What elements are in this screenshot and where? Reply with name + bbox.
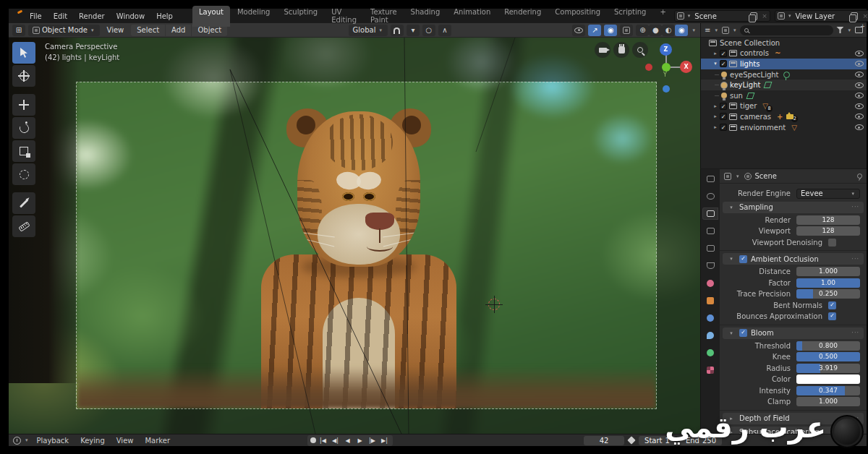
tool-move[interactable] <box>12 94 35 116</box>
collection-checkbox[interactable]: ✓ <box>720 124 727 131</box>
panel-sampling-header[interactable]: ▾ Sampling ··· <box>723 202 864 213</box>
ao-trace-slider[interactable]: 0.250 <box>796 289 860 299</box>
new-scene-icon[interactable] <box>750 12 757 20</box>
menu-window[interactable]: Window <box>111 11 150 22</box>
collection-checkbox[interactable]: ✓ <box>720 50 727 57</box>
tab-sculpting[interactable]: Sculpting <box>277 6 324 27</box>
panel-options-icon[interactable]: ··· <box>851 204 859 210</box>
timeline-editor-icon[interactable] <box>13 437 21 445</box>
mode-dropdown[interactable]: Object Mode ▾ <box>28 25 100 36</box>
tool-annotate[interactable] <box>12 192 35 214</box>
collapse-arrow-icon[interactable]: ▾ <box>711 61 720 67</box>
ao-enable-checkbox[interactable]: ✓ <box>739 255 747 263</box>
hide-eye-icon[interactable] <box>855 51 864 56</box>
hide-eye-icon[interactable] <box>855 82 864 88</box>
pin-icon[interactable] <box>857 174 862 179</box>
editor-icon[interactable] <box>724 173 731 180</box>
hide-eye-icon[interactable] <box>855 124 864 130</box>
collection-checkbox[interactable]: ✓ <box>720 103 727 110</box>
orientation-gizmo[interactable]: Z X Y <box>644 42 693 127</box>
bloom-clamp-field[interactable]: 1.000 <box>796 397 860 406</box>
shading-options-dropdown[interactable]: ▾ <box>691 27 697 33</box>
menu-file[interactable]: File <box>25 11 47 22</box>
tab-texture-paint[interactable]: Texture Paint <box>364 6 404 27</box>
next-keyframe-button[interactable]: |▶ <box>367 436 378 445</box>
tab-output[interactable] <box>702 225 718 237</box>
bloom-enable-checkbox[interactable]: ✓ <box>739 329 747 337</box>
hide-eye-icon[interactable] <box>855 93 864 98</box>
tab-object-data[interactable] <box>702 346 718 359</box>
tool-rotate[interactable] <box>12 117 35 139</box>
play-reverse-button[interactable]: ◀ <box>342 436 353 445</box>
tab-render[interactable] <box>702 207 718 220</box>
outliner-search-input[interactable] <box>752 27 829 34</box>
add-workspace-button[interactable]: + <box>653 6 672 27</box>
panel-bloom-header[interactable]: ▾ ✓ Bloom ··· <box>723 327 864 339</box>
tab-rendering[interactable]: Rendering <box>498 6 548 27</box>
menu-keying[interactable]: Keying <box>76 437 109 445</box>
menu-edit[interactable]: Edit <box>48 11 72 22</box>
jump-to-end-button[interactable]: ▶| <box>379 436 390 445</box>
shading-rendered-icon[interactable]: ◉ <box>675 25 688 36</box>
tool-scale[interactable] <box>12 140 35 162</box>
menu-marker[interactable]: Marker <box>140 437 174 445</box>
bounces-approx-checkbox[interactable]: ✓ <box>828 312 836 320</box>
bloom-intensity-slider[interactable]: 0.347 <box>796 386 860 395</box>
play-button[interactable]: ▶ <box>354 436 365 445</box>
outliner-row-enviomment[interactable]: ▸ ✓ enviomment ▽ <box>701 122 867 133</box>
axis-x[interactable]: X <box>680 61 692 73</box>
axis-z[interactable]: Z <box>660 43 672 56</box>
outliner-row-sun[interactable]: sun <box>701 90 867 101</box>
tab-scripting[interactable]: Scripting <box>608 6 652 27</box>
outliner-row-cameras[interactable]: ▸ ✓ cameras + 2 <box>701 111 867 122</box>
record-icon[interactable] <box>310 437 316 443</box>
editor-type-selector[interactable]: ⊞ <box>12 25 25 36</box>
filter-funnel-icon[interactable] <box>836 27 843 33</box>
axis-neg-x[interactable] <box>645 64 652 71</box>
hide-eye-icon[interactable] <box>855 103 864 109</box>
bloom-knee-slider[interactable]: 0.500 <box>796 352 860 361</box>
menu-view[interactable]: View <box>103 25 129 35</box>
outliner-search[interactable] <box>740 25 833 35</box>
tab-compositing[interactable]: Compositing <box>548 6 607 27</box>
jump-to-start-button[interactable]: |◀ <box>318 436 328 445</box>
outliner-row-lights[interactable]: ▾ ✓ lights <box>701 59 867 69</box>
tool-measure[interactable] <box>12 215 35 237</box>
collection-checkbox[interactable]: ✓ <box>720 60 727 67</box>
tab-world[interactable] <box>702 277 718 289</box>
camera-view-button[interactable] <box>595 42 610 58</box>
tab-tool[interactable] <box>702 190 718 202</box>
tab-constraints[interactable] <box>702 312 718 324</box>
scene-selector[interactable]: ▾ Scene × <box>674 10 770 22</box>
menu-add[interactable]: Add <box>166 25 192 36</box>
tab-texture[interactable] <box>702 364 718 376</box>
hide-eye-icon[interactable] <box>855 72 864 77</box>
close-icon[interactable]: × <box>760 12 770 20</box>
render-samples-field[interactable]: 128 <box>796 215 860 225</box>
tab-object[interactable] <box>702 294 718 307</box>
tool-select-box[interactable] <box>12 42 35 64</box>
expand-arrow-icon[interactable]: ▸ <box>711 113 720 119</box>
render-engine-dropdown[interactable]: Eevee ▾ <box>796 189 860 199</box>
filter-id-type-icon[interactable] <box>722 27 729 34</box>
menu-help[interactable]: Help <box>151 11 178 22</box>
outliner-row-controls[interactable]: ▸ ✓ controls ~ <box>701 48 867 59</box>
tool-transform[interactable] <box>12 163 35 185</box>
close-icon[interactable]: × <box>860 12 868 20</box>
tab-layout[interactable]: Layout <box>192 6 230 27</box>
tiger-model[interactable] <box>258 111 460 409</box>
properties-editor-selector[interactable] <box>702 173 718 185</box>
prev-keyframe-button[interactable]: ◀| <box>330 436 341 445</box>
auto-key-icon[interactable] <box>627 436 635 444</box>
outliner-display-mode-dropdown[interactable]: ≡ <box>705 26 710 34</box>
outliner-row-tiger[interactable]: ▸ ✓ tiger ▽ 8 <box>701 101 867 112</box>
expand-arrow-icon[interactable]: ▸ <box>711 124 720 130</box>
tab-uv-editing[interactable]: UV Editing <box>325 6 363 27</box>
tab-shading[interactable]: Shading <box>404 6 447 27</box>
tab-scene[interactable] <box>702 260 718 272</box>
tab-modeling[interactable]: Modeling <box>231 6 277 27</box>
outliner-row-scene-collection[interactable]: Scene Collection <box>701 38 867 48</box>
expand-arrow-icon[interactable]: ▸ <box>711 103 720 109</box>
hide-eye-icon[interactable] <box>855 113 864 119</box>
panel-options-icon[interactable]: ··· <box>851 330 859 336</box>
